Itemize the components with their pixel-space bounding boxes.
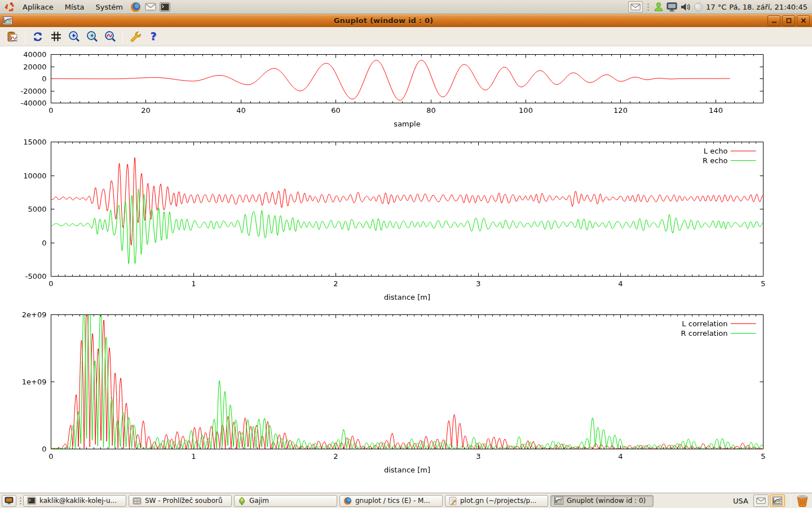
task-gajim[interactable]: Gajim bbox=[234, 495, 337, 507]
window-titlebar[interactable]: Gnuplot (window id : 0) bbox=[0, 14, 812, 27]
envelope-svg bbox=[145, 2, 156, 11]
task-label: SW - Prohlížeč souborů bbox=[145, 497, 228, 505]
menu-places[interactable]: Místa bbox=[59, 1, 90, 13]
zoom-next-icon bbox=[86, 30, 98, 42]
user-switcher-svg bbox=[654, 2, 664, 12]
menu-system[interactable]: Systém bbox=[90, 1, 128, 13]
window-controls bbox=[766, 15, 810, 26]
sample-waveform-chart[interactable] bbox=[0, 46, 812, 134]
taskbar-handle bbox=[19, 497, 22, 505]
task-gnuplot[interactable]: Gnuplot (window id : 0) bbox=[550, 495, 654, 507]
help-button[interactable]: ? bbox=[145, 29, 161, 45]
tray-handle bbox=[647, 3, 650, 11]
grid-button[interactable] bbox=[48, 29, 64, 45]
task-label: plot.gn (~/projects/p... bbox=[460, 497, 544, 505]
weather-svg bbox=[694, 2, 703, 12]
bottom-taskbar: kaklik@kaklik-kolej-u... SW - Prohlížeč … bbox=[0, 493, 812, 508]
show-desktop-button[interactable] bbox=[2, 495, 16, 507]
email-launcher-icon[interactable] bbox=[144, 1, 157, 13]
maximize-button[interactable] bbox=[782, 15, 795, 26]
task-label: Gajim bbox=[249, 497, 333, 505]
replot-icon bbox=[32, 31, 43, 42]
terminal-icon bbox=[27, 497, 36, 505]
mail-tray-icon[interactable] bbox=[753, 494, 769, 507]
desktop: { "panel": { "menus": [{"label":"Aplikac… bbox=[0, 0, 812, 508]
gnuplot-tray-icon[interactable] bbox=[770, 494, 785, 507]
clock-applet[interactable]: Pá, 18. září, 21:40:45 bbox=[729, 3, 810, 11]
user-switcher-icon[interactable] bbox=[654, 2, 664, 12]
zoom-previous-button[interactable] bbox=[66, 29, 82, 45]
copy-plot-button[interactable] bbox=[5, 29, 20, 45]
gnuplot-toolbar: ? bbox=[0, 27, 812, 46]
toolbar-separator bbox=[25, 30, 25, 43]
window-title: Gnuplot (window id : 0) bbox=[56, 16, 710, 25]
autoscale-icon bbox=[104, 30, 116, 42]
configure-button[interactable] bbox=[127, 29, 143, 45]
display-settings-icon[interactable] bbox=[667, 2, 677, 12]
show-desktop-icon bbox=[5, 497, 14, 505]
task-text-editor[interactable]: plot.gn (~/projects/p... bbox=[445, 495, 548, 507]
display-svg bbox=[667, 2, 677, 12]
weather-icon[interactable] bbox=[694, 2, 703, 12]
file-manager-icon bbox=[133, 497, 142, 505]
replot-button[interactable] bbox=[30, 29, 46, 45]
firefox-icon bbox=[343, 497, 352, 505]
copy-plot-icon bbox=[7, 31, 18, 42]
mail-notifier-icon[interactable] bbox=[628, 1, 643, 12]
correlation-chart[interactable] bbox=[0, 309, 812, 479]
minimize-button[interactable] bbox=[767, 15, 780, 26]
gajim-icon bbox=[238, 497, 246, 505]
volume-icon[interactable] bbox=[680, 2, 691, 12]
text-editor-icon bbox=[449, 497, 457, 505]
menu-applications[interactable]: Aplikace bbox=[17, 1, 59, 13]
terminal-svg bbox=[160, 2, 170, 12]
close-button[interactable] bbox=[797, 15, 810, 26]
autoscale-button[interactable] bbox=[102, 29, 118, 45]
zoom-previous-icon bbox=[68, 30, 80, 42]
task-file-manager[interactable]: SW - Prohlížeč souborů bbox=[129, 495, 232, 507]
ubuntu-logo-svg bbox=[5, 2, 15, 12]
help-icon: ? bbox=[150, 31, 156, 42]
wrench-icon bbox=[130, 30, 142, 42]
terminal-launcher-icon[interactable] bbox=[158, 1, 172, 13]
ubuntu-logo-icon[interactable] bbox=[3, 1, 16, 13]
firefox-svg bbox=[130, 2, 141, 12]
gnuplot-window-icon bbox=[3, 16, 12, 25]
task-firefox[interactable]: gnuplot / tics (E) - M... bbox=[339, 495, 443, 507]
mail-notifier-svg bbox=[630, 3, 641, 11]
zoom-next-button[interactable] bbox=[84, 29, 100, 45]
task-label: gnuplot / tics (E) - M... bbox=[355, 497, 439, 505]
plot-area bbox=[0, 46, 812, 493]
trash-icon[interactable] bbox=[796, 494, 809, 507]
toolbar-separator bbox=[122, 30, 123, 43]
grid-icon bbox=[51, 31, 61, 42]
gnuplot-icon bbox=[554, 497, 563, 505]
echo-chart[interactable] bbox=[0, 135, 812, 308]
task-label: Gnuplot (window id : 0) bbox=[567, 497, 650, 505]
panel-tray: 17 °C Pá, 18. září, 21:40:45 bbox=[628, 1, 810, 12]
task-terminal[interactable]: kaklik@kaklik-kolej-u... bbox=[23, 495, 126, 507]
taskbar-separator bbox=[791, 495, 791, 506]
firefox-launcher-icon[interactable] bbox=[129, 1, 143, 13]
temperature-label[interactable]: 17 °C bbox=[706, 3, 726, 11]
top-panel: Aplikace Místa Systém bbox=[0, 0, 812, 14]
keyboard-layout-indicator[interactable]: USA bbox=[733, 497, 748, 505]
task-label: kaklik@kaklik-kolej-u... bbox=[39, 497, 122, 505]
volume-svg bbox=[680, 2, 691, 12]
